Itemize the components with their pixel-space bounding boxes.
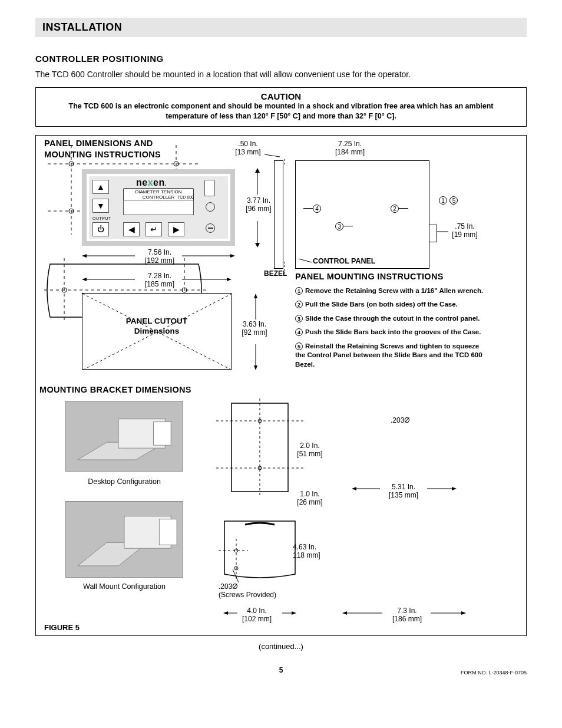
dim-line-531	[352, 487, 457, 490]
caution-title: CAUTION	[54, 91, 508, 101]
dim-463: 4.63 In.118 mm]	[293, 543, 327, 560]
dim-10: 1.0 In.[26 mm]	[294, 490, 326, 507]
mount-step-5: 5Reinstall the Retaining Screws and tigh…	[295, 342, 490, 370]
svg-marker-63	[342, 611, 347, 615]
svg-marker-43	[292, 611, 296, 615]
panel-dimensions-title-line2: MOUNTING INSTRUCTIONS	[44, 150, 161, 159]
svg-line-39	[233, 569, 239, 582]
subheading-positioning: CONTROLLER POSITIONING	[35, 54, 527, 64]
dia-left: .203Ø(Screws Provided)	[219, 582, 276, 599]
tcd600-front-panel: OUTPUT ⏻ nexen. DIAMETER TENSION CONTROL…	[82, 169, 235, 246]
mounting-side-view	[295, 160, 429, 269]
leader-control-panel	[299, 258, 313, 263]
device-model: TCD 600	[177, 195, 194, 199]
dim-line-73	[342, 611, 466, 615]
panel-cutout-box: PANEL CUTOUTDimensions	[82, 293, 232, 370]
svg-marker-64	[461, 611, 466, 615]
dim-line-728	[82, 277, 232, 282]
caution-body: The TCD 600 is an electronic component a…	[54, 101, 508, 121]
mount-step-3: 3Slide the Case through the cutout in th…	[295, 314, 490, 324]
indicator-bar	[204, 180, 215, 196]
svg-marker-42	[223, 611, 228, 615]
svg-marker-14	[82, 278, 87, 281]
callout-1-5: 1 5	[439, 195, 458, 205]
mount-step-4: 4Push the Slide Bars back into the groov…	[295, 328, 490, 337]
figure-box: PANEL DIMENSIONS AND MOUNTING INSTRUCTIO…	[35, 135, 527, 636]
screw-tab	[429, 225, 437, 242]
svg-marker-4	[255, 243, 260, 248]
dia-right: .203Ø	[391, 416, 410, 424]
round-indicator-1	[206, 202, 215, 212]
svg-marker-10	[82, 254, 87, 258]
panel-dimensions-title-line1: PANEL DIMENSIONS AND	[44, 139, 153, 148]
dim-75: .75 In.[19 mm]	[448, 223, 481, 239]
page-number: 5	[35, 666, 527, 674]
dim-20: 2.0 In.[51 mm]	[294, 442, 326, 459]
mounting-steps: 1Remove the Retaining Screw with a 1/16"…	[295, 284, 490, 374]
round-indicator-2	[206, 223, 215, 233]
mount-step-1: 1Remove the Retaining Screw with a 1/16"…	[295, 286, 490, 296]
left-button-icon	[123, 222, 140, 236]
desktop-config-photo	[65, 401, 183, 472]
desktop-config-label: Desktop Configuration	[65, 477, 183, 486]
dim-50: .50 In.[13 mm]	[230, 140, 266, 157]
dim-line-363	[253, 294, 259, 370]
panel-dimensions-title: PANEL DIMENSIONS AND MOUNTING INSTRUCTIO…	[44, 138, 161, 160]
svg-line-0	[265, 154, 280, 157]
svg-marker-15	[227, 278, 232, 281]
callout-4: —4	[303, 203, 321, 213]
right-button-icon	[168, 222, 184, 236]
dim-725: 7.25 In.[184 mm]	[329, 140, 371, 157]
svg-rect-28	[159, 519, 177, 545]
wallmount-config-photo	[65, 501, 183, 578]
leader-50	[265, 151, 282, 158]
continued-text: (continued...)	[35, 642, 527, 651]
down-button-icon	[92, 199, 109, 213]
output-power-icon: ⏻	[92, 222, 109, 236]
svg-line-16	[299, 259, 312, 262]
mount-step-2: 2Pull the Slide Bars (on both sides) off…	[295, 300, 490, 309]
dim-line-40	[223, 611, 296, 615]
svg-marker-3	[255, 168, 260, 173]
intro-text: The TCD 600 Controller should be mounted…	[35, 70, 527, 79]
bezel-side	[274, 160, 283, 269]
brand-logo: nexen.	[136, 177, 167, 188]
form-number: FORM NO. L-20348-F-0705	[461, 670, 527, 676]
enter-button-icon	[146, 222, 162, 236]
dim-line-756	[82, 253, 235, 258]
device-display	[123, 200, 194, 215]
svg-marker-59	[352, 487, 356, 490]
wallmount-config-label: Wall Mount Configuration	[65, 582, 183, 591]
figure-label: FIGURE 5	[44, 623, 80, 632]
cutout-title: PANEL CUTOUTDimensions	[82, 316, 231, 337]
svg-marker-60	[452, 487, 457, 490]
device-face: OUTPUT ⏻ nexen. DIAMETER TENSION CONTROL…	[89, 176, 228, 239]
dim-531: 5.31 In.[135 mm]	[380, 483, 427, 500]
leader-dia-left	[230, 569, 242, 584]
panel-mounting-title: PANEL MOUNTING INSTRUCTIONS	[295, 271, 444, 282]
callout-3: 3—	[335, 220, 353, 231]
bracket-left-diagram	[213, 397, 307, 610]
bracket-title: MOUNTING BRACKET DIMENSIONS	[39, 384, 191, 396]
output-label: OUTPUT	[92, 216, 111, 220]
dim-line-377	[254, 168, 261, 248]
svg-rect-25	[153, 421, 171, 445]
caution-box: CAUTION The TCD 600 is an electronic com…	[35, 87, 527, 127]
leader-75	[437, 230, 448, 233]
svg-marker-11	[230, 254, 235, 258]
section-heading: INSTALLATION	[35, 18, 527, 37]
up-button-icon	[92, 180, 109, 194]
svg-marker-21	[254, 294, 257, 298]
svg-marker-22	[254, 365, 257, 370]
control-panel-label: CONTROL PANEL	[313, 257, 375, 265]
callout-2: 2—	[391, 203, 408, 213]
